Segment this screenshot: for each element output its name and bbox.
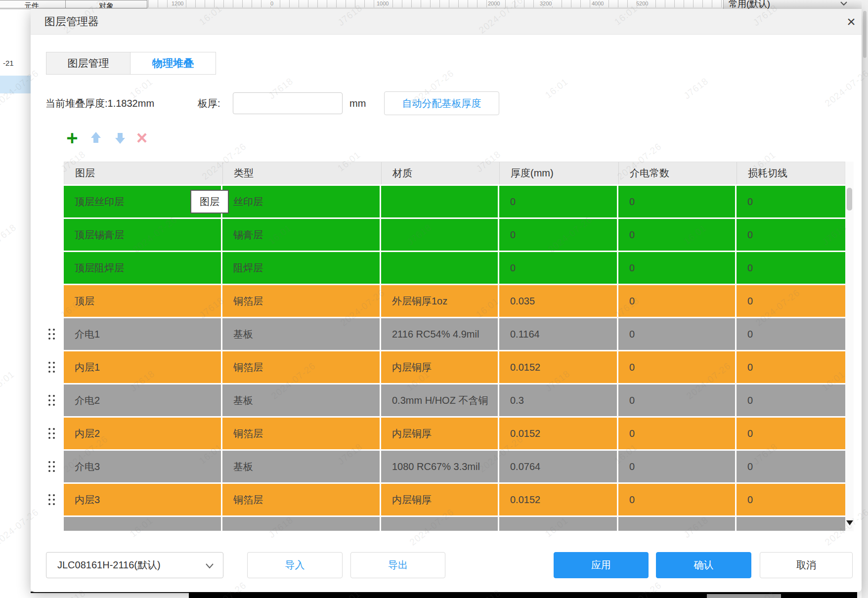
- cell-thickness[interactable]: 0: [499, 219, 617, 251]
- table-row[interactable]: 顶层铜箔层外层铜厚1oz0.03500: [64, 285, 845, 317]
- cell-layer[interactable]: 介电2: [64, 384, 221, 416]
- cell-type[interactable]: 基板: [222, 318, 380, 350]
- table-row[interactable]: 介电2基板0.3mm H/HOZ 不含铜0.300: [64, 384, 845, 416]
- confirm-button[interactable]: 确认: [656, 552, 751, 578]
- cell-material[interactable]: 2116 RC54% 4.9mil: [381, 318, 498, 350]
- cell-layer[interactable]: 介电3: [64, 451, 221, 482]
- cell-layer[interactable]: 内层2: [64, 418, 221, 449]
- cell-loss[interactable]: 0: [737, 252, 845, 284]
- close-icon[interactable]: ×: [841, 13, 861, 32]
- bg-toolbar-item-object[interactable]: 对象: [65, 0, 147, 8]
- cell-layer[interactable]: 内层1: [64, 351, 221, 383]
- cell-type[interactable]: 铜箔层: [222, 418, 380, 449]
- cell-material[interactable]: [381, 219, 498, 251]
- table-row[interactable]: 顶层丝印层丝印层000: [64, 186, 845, 217]
- cell-dielectric[interactable]: 0: [618, 318, 735, 350]
- cell-loss[interactable]: 0: [737, 285, 845, 317]
- tab-physical-stackup[interactable]: 物理堆叠: [130, 52, 216, 74]
- auto-assign-thickness-button[interactable]: 自动分配基板厚度: [384, 91, 499, 115]
- bg-right-scrollbar[interactable]: [863, 11, 867, 58]
- cell-dielectric[interactable]: [618, 517, 735, 531]
- cell-thickness[interactable]: 0: [499, 186, 617, 217]
- cell-loss[interactable]: 0: [737, 186, 845, 217]
- cell-layer[interactable]: 介电1: [64, 318, 221, 350]
- cell-thickness[interactable]: 0.035: [499, 285, 617, 317]
- import-button[interactable]: 导入: [247, 552, 343, 578]
- cell-loss[interactable]: 0: [737, 219, 845, 251]
- cell-type[interactable]: [222, 517, 380, 531]
- stackup-preset-dropdown[interactable]: JLC08161H-2116(默认): [46, 552, 223, 578]
- scrollbar-down-arrow-icon[interactable]: [846, 520, 853, 525]
- cell-layer[interactable]: 顶层锡膏层: [64, 219, 221, 251]
- cell-material[interactable]: 1080 RC67% 3.3mil: [381, 451, 498, 482]
- cell-type[interactable]: 基板: [222, 384, 380, 416]
- board-thickness-input[interactable]: [233, 92, 343, 114]
- cell-loss[interactable]: 0: [737, 318, 845, 350]
- export-button[interactable]: 导出: [350, 552, 445, 578]
- scrollbar-thumb[interactable]: [847, 188, 852, 211]
- cell-thickness[interactable]: 0.0152: [499, 351, 617, 383]
- delete-layer-button[interactable]: ×: [133, 129, 151, 147]
- cell-material[interactable]: [381, 252, 498, 284]
- cell-loss[interactable]: [737, 517, 845, 531]
- cell-type[interactable]: 铜箔层: [222, 285, 380, 317]
- add-layer-button[interactable]: +: [63, 129, 81, 147]
- cell-type[interactable]: 基板: [222, 451, 380, 482]
- cell-loss[interactable]: 0: [737, 484, 845, 515]
- cancel-button[interactable]: 取消: [760, 552, 853, 578]
- table-row[interactable]: 内层2铜箔层内层铜厚0.015200: [64, 418, 845, 449]
- drag-handle-icon[interactable]: [48, 428, 50, 430]
- cell-type[interactable]: 铜箔层: [222, 351, 380, 383]
- cell-thickness[interactable]: 0.3: [499, 384, 617, 416]
- cell-layer[interactable]: 顶层: [64, 285, 221, 317]
- bg-toolbar-item-component[interactable]: 元件: [0, 0, 66, 8]
- cell-dielectric[interactable]: 0: [618, 186, 735, 217]
- cell-type[interactable]: 锡膏层: [222, 219, 380, 251]
- cell-material[interactable]: 内层铜厚: [381, 351, 498, 383]
- cell-material[interactable]: 内层铜厚: [381, 484, 498, 515]
- drag-handle-icon[interactable]: [48, 395, 50, 397]
- cell-dielectric[interactable]: 0: [618, 384, 735, 416]
- bg-canvas-scrollbar[interactable]: [707, 594, 781, 598]
- cell-layer[interactable]: 顶层阻焊层: [64, 252, 221, 284]
- drag-handle-icon[interactable]: [48, 362, 50, 364]
- cell-dielectric[interactable]: 0: [618, 351, 735, 383]
- cell-thickness[interactable]: 0.0152: [499, 418, 617, 449]
- cell-thickness[interactable]: 0.0152: [499, 484, 617, 515]
- tab-layer-management[interactable]: 图层管理: [46, 52, 130, 74]
- cell-layer[interactable]: 内层3: [64, 484, 221, 515]
- cell-loss[interactable]: 0: [737, 351, 845, 383]
- cell-thickness[interactable]: 0: [499, 252, 617, 284]
- cell-thickness[interactable]: 0.1164: [499, 318, 617, 350]
- bg-left-selected-row[interactable]: [0, 76, 31, 93]
- cell-material[interactable]: [381, 517, 498, 531]
- cell-thickness[interactable]: [499, 517, 617, 531]
- drag-handle-icon[interactable]: [48, 494, 50, 496]
- table-row[interactable]: 介电1基板2116 RC54% 4.9mil0.116400: [64, 318, 845, 350]
- cell-loss[interactable]: 0: [737, 384, 845, 416]
- cell-type[interactable]: 丝印层: [222, 186, 380, 217]
- table-row[interactable]: 内层1铜箔层内层铜厚0.015200: [64, 351, 845, 383]
- cell-dielectric[interactable]: 0: [618, 418, 735, 449]
- drag-handle-icon[interactable]: [48, 329, 50, 331]
- table-row[interactable]: [64, 517, 845, 531]
- move-down-button[interactable]: [111, 129, 129, 147]
- cell-material[interactable]: 外层铜厚1oz: [381, 285, 498, 317]
- cell-dielectric[interactable]: 0: [618, 252, 735, 284]
- move-up-button[interactable]: [87, 129, 105, 147]
- cell-loss[interactable]: 0: [737, 451, 845, 482]
- drag-handle-icon[interactable]: [48, 461, 50, 463]
- table-row[interactable]: 顶层锡膏层锡膏层000: [64, 219, 845, 251]
- cell-thickness[interactable]: 0.0764: [499, 451, 617, 482]
- bg-preset-select[interactable]: 常用(默认): [723, 0, 862, 9]
- cell-type[interactable]: 铜箔层: [222, 484, 380, 515]
- cell-loss[interactable]: 0: [737, 418, 845, 449]
- table-row[interactable]: 内层3铜箔层内层铜厚0.015200: [64, 484, 845, 515]
- cell-layer[interactable]: [64, 517, 221, 531]
- table-row[interactable]: 介电3基板1080 RC67% 3.3mil0.076400: [64, 451, 845, 482]
- cell-material[interactable]: 内层铜厚: [381, 418, 498, 449]
- table-row[interactable]: 顶层阻焊层阻焊层000: [64, 252, 845, 284]
- cell-dielectric[interactable]: 0: [618, 451, 735, 482]
- cell-material[interactable]: 0.3mm H/HOZ 不含铜: [381, 384, 498, 416]
- cell-type[interactable]: 阻焊层: [222, 252, 380, 284]
